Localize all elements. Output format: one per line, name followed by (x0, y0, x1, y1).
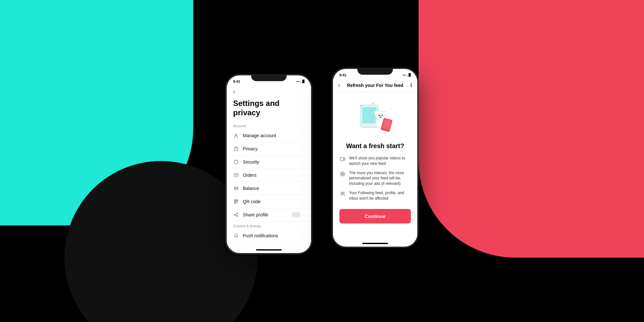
phone-inner-settings: 9:41 ▪▪▪ ◟ ▉ ‹ Settings and privacy Acco… (227, 75, 311, 253)
fresh-start-title: Want a fresh start? (346, 142, 404, 150)
svg-text:✦: ✦ (360, 104, 362, 107)
home-bar-2 (362, 243, 388, 244)
privacy-chevron: › (303, 147, 305, 151)
qr-code-icon (233, 199, 239, 204)
svg-rect-9 (237, 200, 238, 201)
status-icons-1: ▪▪▪ ◟ ▉ (296, 80, 305, 83)
feature-item-3: Your Following feed, profile, and inbox … (339, 190, 411, 201)
time-2: 9:41 (339, 73, 346, 77)
svg-rect-3 (234, 187, 238, 190)
security-icon (233, 159, 239, 165)
account-section-label: Account (227, 121, 311, 129)
qr-code-chevron: › (303, 199, 305, 204)
refresh-screen: ‹ Refresh your For You feed ℹ (333, 79, 417, 240)
svg-point-13 (237, 215, 238, 217)
continue-button[interactable]: Continue (339, 209, 411, 223)
phone-refresh: 9:41 ▪▪▪ ◟ ▉ ‹ Refresh your For You feed… (332, 68, 419, 248)
svg-point-24 (382, 115, 383, 116)
following-icon (339, 191, 346, 197)
illustration: ✦ ✦ ★ (353, 99, 398, 137)
signal-icon: ▪▪▪ (296, 80, 299, 83)
signal-icon-2: ▪▪▪ (402, 73, 406, 77)
svg-point-36 (343, 192, 345, 194)
wifi-icon: ◟ (300, 80, 301, 83)
svg-point-25 (380, 117, 382, 118)
balance-chevron: › (303, 186, 305, 191)
manage-account-label: Manage account (243, 133, 303, 138)
menu-item-share-profile[interactable]: Share profile › (227, 208, 311, 222)
wifi-icon-2: ◟ (407, 73, 408, 77)
push-notifications-icon (233, 233, 239, 239)
feature-text-2: The more you interact, the more personal… (349, 170, 411, 186)
menu-item-live-events[interactable]: LIVE Events › (227, 242, 311, 247)
push-notifications-chevron: › (303, 233, 305, 238)
feature-item-1: We'll show you popular videos to launch … (339, 156, 411, 166)
svg-text:★: ★ (372, 102, 374, 104)
menu-item-manage-account[interactable]: Manage account › (227, 129, 311, 142)
balance-icon (233, 185, 239, 191)
menu-item-balance[interactable]: Balance › (227, 182, 311, 195)
feature-text-3: Your Following feed, profile, and inbox … (349, 190, 411, 201)
settings-title: Settings and privacy (227, 96, 311, 121)
video-icon (339, 156, 346, 162)
phone-inner-refresh: 9:41 ▪▪▪ ◟ ▉ ‹ Refresh your For You feed… (333, 69, 417, 247)
menu-item-security[interactable]: Security › (227, 156, 311, 169)
battery-icon: ▉ (302, 80, 305, 83)
menu-item-push-notifications[interactable]: Push notifications › (227, 229, 311, 242)
balance-label: Balance (243, 186, 303, 191)
phone-settings: 9:41 ▪▪▪ ◟ ▉ ‹ Settings and privacy Acco… (225, 74, 312, 254)
feature-text-1: We'll show you popular videos to launch … (349, 156, 411, 166)
share-profile-label: Share profile (243, 212, 292, 217)
svg-rect-31 (340, 157, 344, 161)
phones-container: 9:41 ▪▪▪ ◟ ▉ ‹ Settings and privacy Acco… (0, 0, 644, 322)
back-button-2[interactable]: ‹ (338, 82, 340, 89)
settings-screen: ‹ Settings and privacy Account Manage ac… (227, 86, 311, 247)
share-toggle[interactable] (292, 212, 301, 217)
settings-header: ‹ (227, 86, 311, 96)
svg-point-34 (342, 174, 343, 174)
privacy-icon (233, 146, 239, 152)
svg-point-11 (237, 213, 238, 214)
svg-point-0 (235, 134, 237, 136)
svg-rect-2 (234, 174, 238, 177)
home-indicator-1 (227, 247, 311, 253)
svg-rect-18 (362, 107, 377, 123)
svg-text:✦: ✦ (390, 108, 392, 110)
svg-rect-10 (235, 202, 235, 203)
feature-item-2: The more you interact, the more personal… (339, 170, 411, 186)
back-button-1[interactable]: ‹ (233, 88, 235, 95)
security-label: Security (243, 159, 303, 165)
time-1: 9:41 (233, 80, 240, 83)
svg-point-23 (379, 115, 380, 116)
svg-rect-4 (235, 189, 236, 189)
orders-label: Orders (243, 173, 303, 178)
share-profile-icon (233, 212, 239, 218)
svg-rect-1 (234, 148, 238, 151)
notch (251, 74, 287, 81)
menu-item-qr-code[interactable]: QR code › (227, 195, 311, 208)
menu-item-orders[interactable]: Orders › (227, 169, 311, 182)
security-chevron: › (303, 160, 305, 164)
orders-chevron: › (303, 173, 305, 177)
qr-code-label: QR code (243, 199, 303, 204)
share-profile-chevron: › (303, 213, 305, 217)
home-bar-1 (256, 249, 282, 251)
refresh-content: ✦ ✦ ★ Want a fresh start? (333, 92, 417, 229)
live-events-icon (233, 246, 239, 247)
live-events-label: LIVE Events (243, 246, 303, 247)
refresh-screen-title: Refresh your For You feed (347, 83, 403, 88)
svg-point-12 (234, 214, 235, 215)
personalize-icon (339, 171, 346, 177)
manage-account-icon (233, 133, 239, 138)
refresh-header: ‹ Refresh your For You feed ℹ (333, 79, 417, 92)
notch-2 (357, 68, 393, 75)
menu-item-privacy[interactable]: Privacy › (227, 142, 311, 156)
push-notifications-label: Push notifications (243, 233, 303, 238)
manage-account-chevron: › (303, 133, 305, 138)
svg-point-35 (341, 192, 343, 194)
orders-icon (233, 172, 239, 178)
info-button[interactable]: ℹ (410, 82, 412, 88)
privacy-label: Privacy (243, 146, 303, 151)
home-indicator-2 (333, 240, 417, 247)
feature-list: We'll show you popular videos to launch … (339, 156, 411, 201)
